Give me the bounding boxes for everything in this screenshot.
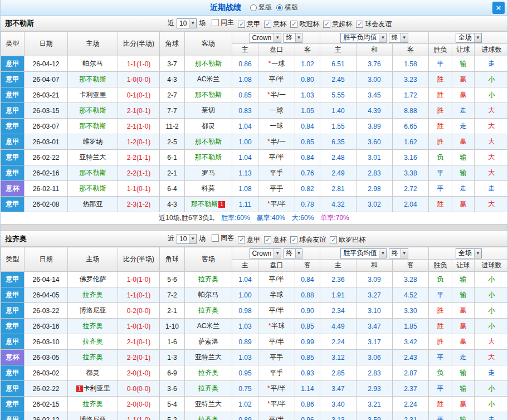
handicap-filter-cell: Crown▼ 终▼: [232, 247, 320, 260]
corners-cell: 3-6: [160, 381, 185, 397]
handicap-cell: 平手: [258, 165, 295, 181]
bookmaker-select[interactable]: Crown▼: [250, 33, 282, 43]
handicap-cell: 平/半: [258, 150, 295, 165]
titlebar: 近期战绩 竖版 横版 ✕: [1, 0, 507, 16]
competition-type: 意甲: [1, 272, 25, 287]
vertical-layout-radio[interactable]: [250, 4, 257, 11]
goals-result-cell: 小: [475, 381, 508, 397]
checkbox-label: 意超杯: [332, 19, 352, 29]
favorite-star-icon: *: [267, 400, 270, 408]
horizontal-layout-label[interactable]: 横版: [285, 3, 298, 12]
filter-checkbox-item: ✓球会友谊: [290, 235, 326, 245]
avg-away-cell: 3.23: [393, 72, 429, 87]
col-home: 主场: [68, 32, 118, 56]
avg-filter-cell: 胜平负均值▼ 终▼: [320, 247, 429, 260]
corners-cell: 6-9: [160, 365, 185, 381]
competition-type: 意甲: [1, 397, 25, 412]
handicap-cell: *平/半: [258, 397, 295, 412]
home-team-cell: 博洛尼亚: [68, 412, 118, 420]
col-home-odds: 主: [232, 260, 258, 272]
checkbox-checked[interactable]: ✓: [238, 21, 245, 28]
goals-result-cell: 小: [475, 287, 508, 303]
handicap-cell: 一球: [258, 103, 295, 119]
avg-away-cell: 2.72: [393, 181, 429, 197]
final-odds-select-2[interactable]: 终▼: [389, 33, 408, 43]
away-odds-cell: 1.03: [295, 87, 320, 103]
result-cell: 平: [429, 287, 452, 303]
final-odds-select[interactable]: 终▼: [284, 248, 303, 258]
match-date: 26-04-14: [25, 272, 68, 287]
goals-result-cell: 小: [475, 319, 508, 334]
score-cell: 2-1(1-0): [118, 119, 160, 134]
checkbox[interactable]: [212, 235, 219, 242]
corners-cell: 2-1: [160, 165, 185, 181]
checkbox-checked[interactable]: ✓: [290, 236, 297, 243]
checkbox-checked[interactable]: ✓: [323, 21, 330, 28]
handicap-result-cell: 赢: [452, 87, 475, 103]
checkbox-checked[interactable]: ✓: [238, 236, 245, 243]
avg-home-cell: 3.12: [320, 350, 356, 365]
competition-type: 意杯: [1, 181, 25, 197]
match-count-select[interactable]: 10▼: [177, 234, 197, 244]
away-team-cell: AC米兰: [185, 72, 232, 87]
checkbox-checked[interactable]: ✓: [264, 21, 271, 28]
away-odds-cell: 0.85: [295, 134, 320, 150]
match-date: 26-03-05: [25, 350, 68, 365]
checkbox[interactable]: [212, 19, 219, 26]
col-score: 比分(半场): [118, 247, 160, 272]
avg-draw-cell: 3.09: [356, 272, 393, 287]
match-date: 26-03-10: [25, 334, 68, 350]
corners-cell: 7-2: [160, 287, 185, 303]
handicap-result-cell: 输: [452, 150, 475, 165]
col-result: 胜负: [429, 44, 452, 56]
corners-cell: 4-3: [160, 197, 185, 212]
vertical-layout-label[interactable]: 竖版: [258, 3, 272, 12]
checkbox-checked[interactable]: ✓: [290, 21, 297, 28]
horizontal-layout-radio[interactable]: [276, 4, 283, 11]
checkbox-checked[interactable]: ✓: [330, 236, 337, 243]
close-icon[interactable]: ✕: [492, 2, 505, 14]
home-team-cell: 拉齐奥: [68, 350, 118, 365]
away-odds-cell: 1.02: [295, 56, 320, 72]
handicap-cell: *平/半: [258, 381, 295, 397]
avg-home-cell: 3.40: [320, 397, 356, 412]
table-row: 意甲26-03-16拉齐奥1-0(1-0)1-10AC米兰1.03*半球0.85…: [1, 319, 508, 334]
near-label: 近: [168, 18, 174, 28]
avg-odds-select[interactable]: 胜平负均值▼: [340, 248, 387, 258]
table-row: 意甲26-02-221卡利亚里0-0(0-0)3-6拉齐奥0.75*平/半1.1…: [1, 381, 508, 397]
lazio-section: 拉齐奥 近 10▼ 场 同客✓意甲✓意杯✓球会友谊✓欧罗巴杯 类型 日期 主场 …: [1, 231, 507, 420]
match-date: 26-03-07: [25, 119, 68, 134]
avg-draw-cell: 3.59: [356, 412, 393, 420]
col-date: 日期: [25, 247, 68, 272]
col-away-odds: 客: [295, 260, 320, 272]
avg-home-cell: 6.35: [320, 134, 356, 150]
handicap-result-cell: 输: [452, 165, 475, 181]
final-odds-select-2[interactable]: 终▼: [389, 248, 408, 258]
checkbox-checked[interactable]: ✓: [356, 21, 363, 28]
goals-result-cell: 小: [475, 87, 508, 103]
handicap-result-cell: 赢: [452, 134, 475, 150]
table-row: 意甲26-04-05拉齐奥1-1(0-1)7-2帕尔马1.00半球0.881.9…: [1, 287, 508, 303]
bookmaker-select[interactable]: Crown▼: [250, 248, 282, 258]
away-odds-cell: 0.82: [295, 181, 320, 197]
home-team-cell: 卡利亚里: [68, 87, 118, 103]
final-odds-select[interactable]: 终▼: [284, 33, 303, 43]
col-result: 胜负: [429, 260, 452, 272]
table-row: 意甲26-02-08热那亚2-3(1-2)4-3那不勒斯11.11*平/半0.7…: [1, 197, 508, 212]
scope-select[interactable]: 全场▼: [456, 33, 482, 43]
score-cell: 2-2(1-1): [118, 150, 160, 165]
avg-draw-cell: 3.89: [356, 119, 393, 134]
avg-odds-select[interactable]: 胜平负均值▼: [340, 33, 387, 43]
away-team-cell: 拉齐奥: [185, 303, 232, 319]
goals-result-cell: 小: [475, 272, 508, 287]
match-date: 26-04-12: [25, 56, 68, 72]
scope-select[interactable]: 全场▼: [456, 248, 482, 258]
score-cell: 1-0(1-0): [118, 272, 160, 287]
handicap-cell: *半/一: [258, 87, 295, 103]
match-count-select[interactable]: 10▼: [177, 18, 197, 28]
filter-checkbox-item: 同客: [212, 233, 234, 243]
result-cell: 胜: [429, 72, 452, 87]
filter-checkbox-item: ✓意甲: [238, 235, 260, 245]
checkbox-checked[interactable]: ✓: [264, 236, 271, 243]
result-cell: 胜: [429, 397, 452, 412]
